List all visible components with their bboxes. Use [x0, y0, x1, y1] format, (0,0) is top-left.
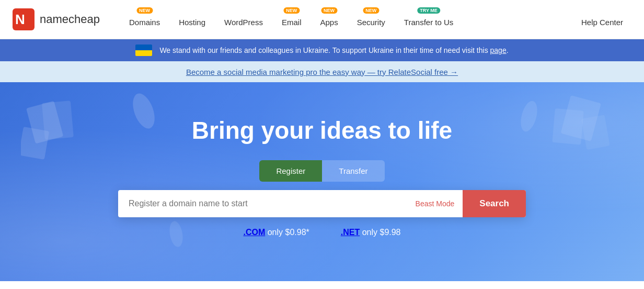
hero-title: Bring your ideas to life	[192, 116, 452, 144]
nav-label-email: Email	[282, 18, 302, 27]
apps-badge: NEW	[321, 7, 337, 14]
logo[interactable]: N namecheap	[13, 8, 100, 30]
svg-point-4	[168, 220, 185, 248]
flag-blue	[135, 45, 152, 50]
logo-icon: N	[13, 8, 34, 30]
com-promo: .COM only $0.98*	[243, 228, 309, 237]
deco-paper-right	[539, 93, 613, 163]
net-promo: .NET only $9.98	[341, 228, 401, 237]
nav-label-hosting: Hosting	[179, 18, 205, 27]
nav-label-wordpress: WordPress	[224, 18, 263, 27]
domain-tabs: Register Transfer	[259, 160, 384, 182]
domain-promos: .COM only $0.98* .NET only $9.98	[243, 228, 400, 237]
leaf-decoration-tr	[519, 98, 539, 135]
deco-paper-left	[21, 98, 84, 163]
ukraine-page-link[interactable]: page	[490, 46, 507, 54]
net-link[interactable]: .NET	[341, 228, 360, 237]
promo-banner: Become a social media marketing pro the …	[0, 61, 644, 82]
nav-item-security[interactable]: NEW Security	[349, 8, 394, 31]
nav-label-apps: Apps	[320, 18, 338, 27]
hero-section: Bring your ideas to life Register Transf…	[0, 82, 644, 281]
svg-text:N: N	[15, 12, 25, 27]
nav-item-email[interactable]: NEW Email	[273, 8, 310, 31]
nav-label-security: Security	[357, 18, 385, 27]
nav-item-help[interactable]: Help Center	[573, 8, 631, 31]
security-badge: NEW	[363, 7, 379, 14]
leaf-decoration-tl	[131, 90, 157, 132]
nav-label-domains: Domains	[129, 18, 160, 27]
ukraine-flag	[135, 45, 152, 56]
tab-register[interactable]: Register	[259, 160, 322, 182]
ukraine-text: We stand with our friends and colleagues…	[159, 46, 508, 54]
svg-rect-10	[581, 115, 610, 150]
logo-text: namecheap	[40, 13, 100, 26]
net-promo-text: only $9.98	[360, 228, 400, 237]
main-nav: NEW Domains Hosting WordPress NEW Email …	[121, 8, 631, 31]
flag-yellow	[135, 50, 152, 56]
nav-label-help: Help Center	[581, 18, 623, 27]
svg-point-3	[519, 99, 539, 133]
svg-point-2	[131, 91, 157, 131]
nav-item-hosting[interactable]: Hosting	[170, 8, 214, 31]
promo-link[interactable]: Become a social media marketing pro the …	[186, 68, 458, 76]
nav-label-transfer: Transfer to Us	[404, 18, 453, 27]
nav-item-transfer[interactable]: TRY ME Transfer to Us	[396, 8, 462, 31]
svg-rect-7	[21, 127, 49, 160]
search-bar: Beast Mode Search	[118, 190, 526, 217]
beast-mode-button[interactable]: Beast Mode	[407, 190, 463, 217]
leaf-decoration-bl	[167, 218, 186, 250]
com-promo-text: only $0.98*	[265, 228, 309, 237]
domain-search-input[interactable]	[118, 190, 407, 217]
transfer-badge: TRY ME	[417, 7, 440, 14]
email-badge: NEW	[283, 7, 300, 14]
nav-item-domains[interactable]: NEW Domains	[121, 8, 168, 31]
svg-rect-9	[552, 108, 583, 145]
com-link[interactable]: .COM	[243, 228, 265, 237]
tab-transfer[interactable]: Transfer	[322, 160, 384, 182]
domains-badge: NEW	[136, 7, 153, 14]
search-button[interactable]: Search	[463, 190, 526, 217]
nav-item-apps[interactable]: NEW Apps	[312, 8, 346, 31]
header: N namecheap NEW Domains Hosting WordPres…	[0, 0, 644, 39]
nav-item-wordpress[interactable]: WordPress	[216, 8, 271, 31]
ukraine-banner: We stand with our friends and colleagues…	[0, 39, 644, 61]
